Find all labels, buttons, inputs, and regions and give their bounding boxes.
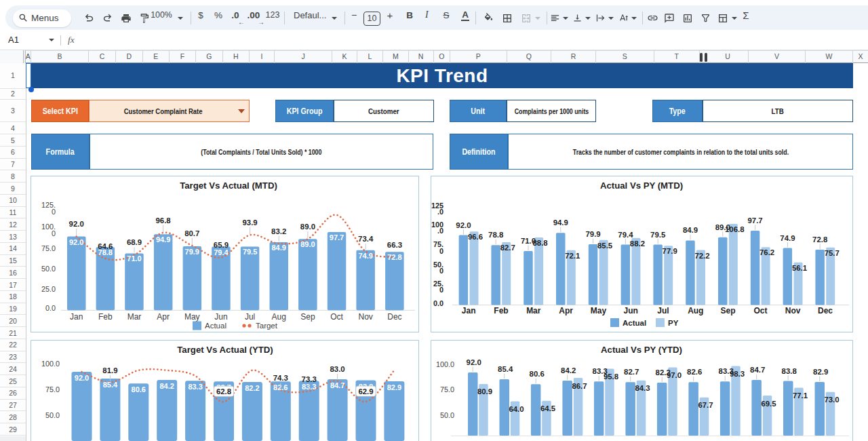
svg-text:92.0: 92.0 [75, 374, 89, 382]
svg-text:77.1: 77.1 [793, 391, 808, 400]
svg-text:97.0: 97.0 [667, 371, 682, 379]
svg-text:86.7: 86.7 [572, 382, 587, 390]
svg-text:Jul: Jul [657, 306, 669, 315]
svg-text:96.8: 96.8 [156, 216, 171, 225]
svg-text:75.0: 75.0 [41, 244, 56, 252]
svg-text:79.5: 79.5 [650, 231, 666, 239]
svg-text:Jun: Jun [214, 312, 227, 322]
svg-text:65.9: 65.9 [214, 241, 229, 249]
svg-text:84.9: 84.9 [683, 226, 698, 234]
svg-text:Jun: Jun [624, 306, 638, 315]
svg-text:64.5: 64.5 [540, 404, 556, 413]
svg-text:84.7: 84.7 [750, 366, 765, 374]
svg-text:PY: PY [668, 319, 679, 327]
svg-text:Actual Vs PY (YTD): Actual Vs PY (YTD) [601, 345, 682, 355]
svg-text:89.0: 89.0 [300, 240, 315, 248]
svg-text:Jan: Jan [70, 312, 83, 322]
svg-text:100.0: 100.0 [436, 360, 454, 368]
svg-text:72.1: 72.1 [565, 252, 580, 260]
svg-text:74.9: 74.9 [358, 252, 372, 260]
svg-text:92.0: 92.0 [467, 358, 481, 366]
svg-text:Jan: Jan [462, 306, 476, 315]
svg-text:.0: .0 [437, 227, 443, 235]
svg-text:79.5: 79.5 [243, 248, 257, 256]
svg-text:77.9: 77.9 [663, 247, 677, 255]
svg-text:May: May [184, 312, 200, 322]
svg-text:85.4: 85.4 [103, 381, 118, 389]
svg-text:73.3: 73.3 [302, 375, 317, 383]
svg-text:72.8: 72.8 [387, 253, 401, 261]
svg-text:73.0: 73.0 [824, 396, 839, 404]
svg-text:79.9: 79.9 [185, 248, 199, 256]
svg-text:0.0: 0.0 [45, 304, 56, 312]
svg-text:Mar: Mar [127, 312, 142, 322]
svg-text:84.3: 84.3 [635, 384, 650, 392]
svg-text:73.4: 73.4 [358, 235, 374, 243]
svg-text:69.5: 69.5 [761, 400, 776, 408]
svg-text:66.3: 66.3 [387, 241, 402, 249]
svg-text:83.3: 83.3 [188, 383, 202, 391]
svg-text:106.8: 106.8 [725, 225, 745, 233]
svg-text:85.5: 85.5 [597, 242, 613, 250]
svg-text:Target Vs Actual (MTD): Target Vs Actual (MTD) [180, 180, 277, 191]
svg-text:82.6: 82.6 [687, 368, 702, 376]
svg-text:Oct: Oct [753, 306, 767, 315]
svg-text:0.0: 0.0 [433, 299, 443, 307]
svg-text:82.2: 82.2 [245, 384, 259, 392]
svg-text:Target: Target [256, 322, 278, 330]
svg-text:75.0: 75.0 [45, 385, 60, 394]
svg-text:84.7: 84.7 [330, 381, 344, 389]
svg-text:72.2: 72.2 [694, 252, 709, 260]
svg-text:89.0: 89.0 [300, 223, 315, 231]
svg-text:79.4: 79.4 [618, 231, 633, 239]
svg-text:Sep: Sep [721, 306, 736, 315]
svg-text:Nov: Nov [359, 312, 373, 322]
svg-text:79.4: 79.4 [214, 248, 229, 256]
svg-text:81.9: 81.9 [102, 366, 117, 375]
svg-text:Aug: Aug [272, 312, 286, 322]
svg-text:Actual: Actual [205, 322, 226, 330]
svg-text:Apr: Apr [559, 306, 573, 315]
svg-text:79.9: 79.9 [586, 230, 601, 238]
svg-text:0: 0 [439, 286, 443, 294]
svg-text:Oct: Oct [330, 312, 343, 322]
svg-text:Jul: Jul [245, 312, 255, 322]
svg-text:Feb: Feb [494, 306, 508, 315]
svg-text:92.0: 92.0 [456, 221, 471, 229]
svg-text:64.6: 64.6 [98, 242, 113, 250]
svg-text:97.7: 97.7 [748, 216, 763, 225]
svg-text:76.2: 76.2 [760, 248, 774, 256]
svg-text:62.8: 62.8 [216, 387, 231, 396]
svg-text:74.9: 74.9 [780, 234, 795, 242]
svg-text:84.2: 84.2 [561, 366, 576, 375]
svg-text:80.9: 80.9 [477, 387, 492, 396]
svg-text:83.2: 83.2 [271, 227, 286, 235]
svg-text:67.7: 67.7 [698, 401, 713, 409]
svg-text:Feb: Feb [98, 312, 113, 322]
svg-text:62.9: 62.9 [358, 387, 373, 396]
svg-text:Apr: Apr [157, 312, 170, 322]
svg-text:74.3: 74.3 [273, 374, 288, 382]
svg-text:68.9: 68.9 [127, 238, 142, 246]
svg-text:78.8: 78.8 [488, 231, 503, 239]
svg-text:82.9: 82.9 [813, 368, 828, 376]
svg-text:100.0: 100.0 [41, 360, 60, 368]
svg-text:75.0: 75.0 [440, 385, 454, 394]
svg-text:64.0: 64.0 [509, 405, 524, 413]
svg-text:84.2: 84.2 [159, 382, 174, 390]
svg-text:71.0: 71.0 [127, 254, 141, 263]
svg-text:50.0: 50.0 [41, 265, 56, 273]
svg-text:0: 0 [439, 247, 443, 255]
svg-text:88.2: 88.2 [630, 239, 645, 248]
svg-text:92.0: 92.0 [69, 238, 83, 246]
svg-text:.0: .0 [437, 208, 443, 216]
svg-text:83.0: 83.0 [330, 365, 345, 373]
svg-text:Actual Vs PY (MTD): Actual Vs PY (MTD) [600, 180, 683, 191]
svg-text:50.0: 50.0 [45, 411, 60, 419]
svg-text:0: 0 [439, 267, 443, 275]
svg-text:96.6: 96.6 [468, 233, 483, 241]
svg-text:93.9: 93.9 [243, 218, 258, 227]
svg-text:Actual: Actual [623, 319, 646, 327]
svg-text:83.8: 83.8 [782, 367, 797, 375]
svg-text:50.0: 50.0 [440, 411, 454, 419]
